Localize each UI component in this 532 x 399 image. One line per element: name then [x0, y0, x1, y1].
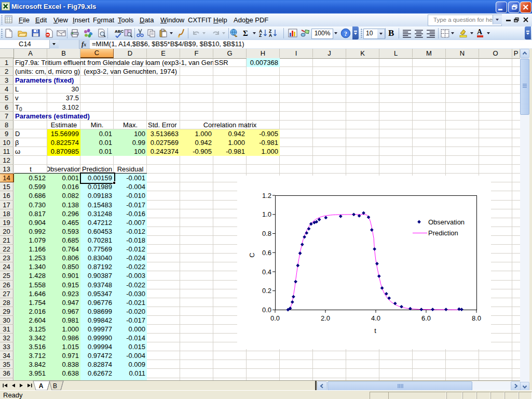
svg-text:1.2: 1.2 — [262, 192, 271, 200]
svg-text:B: B — [53, 382, 57, 390]
svg-text:2.0: 2.0 — [321, 314, 330, 322]
svg-text:t: t — [374, 327, 376, 335]
svg-text:Prediction: Prediction — [428, 229, 458, 237]
svg-text:Z: Z — [259, 33, 262, 38]
svg-text:?: ? — [344, 30, 347, 37]
svg-text:A: A — [269, 33, 272, 38]
svg-text:0.2: 0.2 — [262, 287, 271, 295]
svg-text:0.4: 0.4 — [262, 268, 271, 276]
svg-text:Observation: Observation — [428, 218, 465, 226]
svg-text:4.0: 4.0 — [371, 314, 380, 322]
svg-text:8.0: 8.0 — [472, 314, 481, 322]
svg-text:0.0: 0.0 — [262, 306, 271, 314]
svg-text:0.8: 0.8 — [262, 230, 271, 237]
svg-text:6.0: 6.0 — [421, 314, 431, 322]
svg-text:C: C — [248, 252, 256, 257]
svg-text:Σ: Σ — [243, 29, 248, 37]
svg-text:A: A — [39, 382, 44, 390]
svg-text:0.6: 0.6 — [262, 249, 271, 257]
svg-text:0.0: 0.0 — [270, 314, 280, 322]
svg-text:ABC: ABC — [115, 29, 124, 34]
svg-text:1.0: 1.0 — [262, 210, 271, 218]
